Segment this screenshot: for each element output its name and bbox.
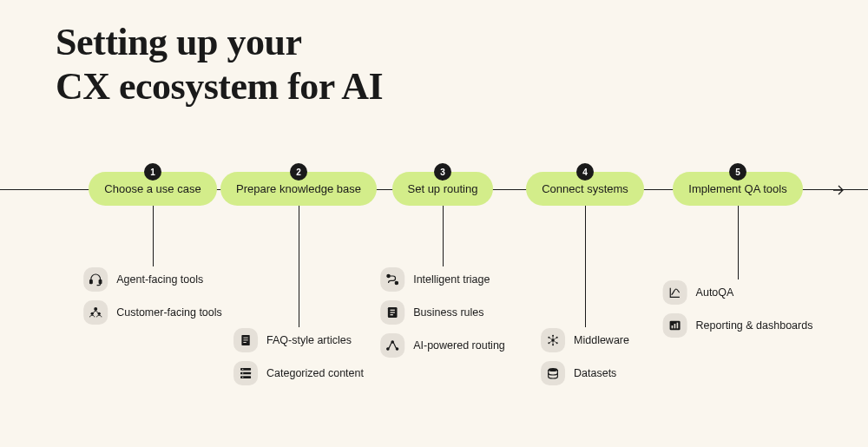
detail-label: AutoQA <box>696 286 734 299</box>
detail-item: Categorized content <box>233 361 364 385</box>
svg-point-13 <box>242 372 243 373</box>
detail-item: Reporting & dashboards <box>663 313 813 338</box>
svg-rect-19 <box>391 312 395 312</box>
doc-icon <box>233 328 258 352</box>
autoqa-icon <box>663 280 687 305</box>
detail-label: AI-powered routing <box>413 339 505 352</box>
step-3: 3Set up routingIntelligent triageBusines… <box>373 172 512 266</box>
detail-item: Datasets <box>541 361 629 385</box>
detail-list: Intelligent triageBusiness rulesAI-power… <box>380 267 505 358</box>
svg-rect-35 <box>677 323 679 329</box>
datasets-icon <box>541 361 565 385</box>
detail-label: Business rules <box>413 306 483 319</box>
route-icon <box>380 267 404 292</box>
detail-list: FAQ-style articlesCategorized content <box>233 328 364 385</box>
step-4: 4Connect systemsMiddlewareDatasets <box>516 172 654 327</box>
connector-line <box>153 206 154 266</box>
middleware-icon <box>541 328 565 352</box>
detail-label: Customer-facing tools <box>116 306 222 319</box>
step-number-badge: 5 <box>729 163 746 181</box>
svg-point-16 <box>395 281 398 284</box>
connector-line <box>738 206 739 279</box>
connector-line <box>299 206 299 327</box>
dashboard-icon <box>663 313 687 338</box>
detail-label: Intelligent triage <box>413 273 490 286</box>
connector-line <box>443 206 444 266</box>
detail-item: Intelligent triage <box>380 267 505 292</box>
svg-point-23 <box>391 341 393 343</box>
detail-list: MiddlewareDatasets <box>541 328 629 385</box>
step-5: 5Implement QA toolsAutoQAReporting & das… <box>668 172 807 279</box>
detail-label: Middleware <box>574 334 629 346</box>
svg-rect-33 <box>672 325 674 328</box>
page-title: Setting up your CX ecosystem for AI <box>56 21 383 108</box>
step-number-badge: 1 <box>144 163 161 181</box>
customers-icon <box>83 300 108 325</box>
arrow-right-icon <box>833 184 845 196</box>
svg-rect-20 <box>391 314 393 315</box>
svg-rect-8 <box>243 342 246 343</box>
detail-item: Middleware <box>541 328 629 352</box>
svg-rect-7 <box>243 339 247 340</box>
svg-rect-18 <box>391 310 395 311</box>
detail-item: AutoQA <box>663 280 813 305</box>
svg-point-2 <box>94 307 97 311</box>
svg-rect-6 <box>243 338 247 339</box>
detail-label: Agent-facing tools <box>116 273 203 286</box>
detail-item: Agent-facing tools <box>83 267 222 292</box>
detail-label: Datasets <box>574 367 616 379</box>
svg-point-31 <box>549 368 558 371</box>
svg-point-15 <box>387 274 390 277</box>
svg-rect-9 <box>240 368 251 371</box>
detail-item: FAQ-style articles <box>233 328 364 352</box>
detail-item: Business rules <box>380 300 505 325</box>
step-number-badge: 2 <box>290 163 307 181</box>
connector-line <box>585 206 586 327</box>
svg-point-14 <box>242 377 243 378</box>
svg-rect-11 <box>240 376 251 378</box>
airouting-icon <box>380 333 404 358</box>
svg-rect-0 <box>90 280 93 284</box>
svg-rect-10 <box>240 372 251 375</box>
step-number-badge: 3 <box>434 163 451 181</box>
detail-label: Reporting & dashboards <box>696 319 813 332</box>
step-2: 2Prepare knowledge baseFAQ-style article… <box>229 172 368 327</box>
svg-point-22 <box>396 348 398 350</box>
rules-icon <box>380 300 404 325</box>
headset-icon <box>83 267 108 292</box>
detail-list: AutoQAReporting & dashboards <box>663 280 813 338</box>
detail-item: AI-powered routing <box>380 333 505 358</box>
categorize-icon <box>233 361 258 385</box>
svg-point-21 <box>387 348 389 350</box>
step-number-badge: 4 <box>576 163 594 181</box>
detail-label: FAQ-style articles <box>266 334 352 346</box>
svg-point-12 <box>242 369 243 370</box>
detail-list: Agent-facing toolsCustomer-facing tools <box>83 267 222 325</box>
detail-item: Customer-facing tools <box>83 300 222 325</box>
detail-label: Categorized content <box>266 367 364 379</box>
svg-rect-1 <box>99 280 102 284</box>
step-1: 1Choose a use caseAgent-facing toolsCust… <box>83 172 222 266</box>
svg-rect-34 <box>674 324 676 328</box>
